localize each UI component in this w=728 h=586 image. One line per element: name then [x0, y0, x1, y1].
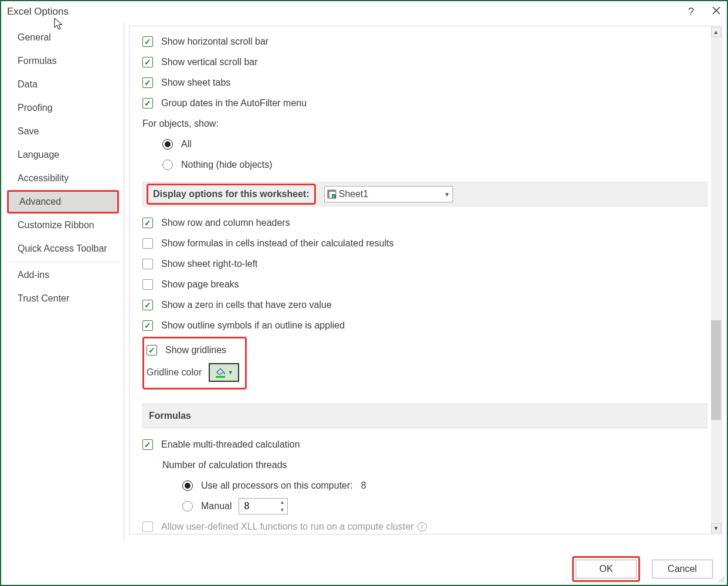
resize-grip-icon[interactable]: [717, 575, 726, 584]
chevron-down-icon: ▼: [228, 370, 233, 375]
dialog-footer: OK Cancel: [572, 553, 727, 585]
ok-button[interactable]: OK: [576, 560, 637, 578]
radio-all[interactable]: [162, 139, 173, 150]
chevron-down-icon: ▼: [444, 191, 450, 198]
worksheet-select[interactable]: X Sheet1 ▼: [324, 186, 453, 202]
spinner-up-icon[interactable]: ▲: [277, 499, 287, 506]
checkbox-xll: [142, 521, 153, 532]
label-manual[interactable]: Manual: [201, 501, 232, 512]
manual-threads-input[interactable]: [239, 499, 277, 514]
scroll-up-icon[interactable]: ▲: [711, 27, 721, 37]
label-vertical-scrollbar[interactable]: Show vertical scroll bar: [161, 57, 258, 67]
processor-count: 8: [361, 480, 366, 491]
sidebar-item-advanced[interactable]: Advanced: [7, 190, 119, 214]
section-formulas: Formulas: [142, 404, 707, 428]
checkbox-page-breaks[interactable]: [142, 279, 153, 290]
radio-nothing[interactable]: [162, 160, 173, 170]
sidebar-item-accessibility[interactable]: Accessibility: [7, 167, 119, 190]
checkbox-rtl[interactable]: [142, 259, 153, 269]
label-rtl[interactable]: Show sheet right-to-left: [161, 259, 258, 269]
label-gridlines[interactable]: Show gridlines: [165, 345, 226, 355]
scroll-thumb[interactable]: [711, 320, 721, 420]
dialog-title: Excel Options: [7, 6, 688, 18]
checkbox-group-dates[interactable]: [142, 98, 153, 109]
worksheet-name: Sheet1: [339, 189, 369, 199]
sidebar-item-general[interactable]: General: [7, 26, 119, 49]
label-outline[interactable]: Show outline symbols if an outline is ap…: [161, 320, 345, 331]
svg-text:X: X: [332, 195, 335, 198]
label-sheet-tabs[interactable]: Show sheet tabs: [161, 77, 230, 88]
info-icon[interactable]: i: [417, 522, 427, 531]
label-formulas-cells[interactable]: Show formulas in cells instead of their …: [161, 238, 394, 249]
sidebar-item-quick-access[interactable]: Quick Access Toolbar: [7, 237, 119, 260]
cancel-button[interactable]: Cancel: [652, 560, 713, 578]
label-zero[interactable]: Show a zero in cells that have zero valu…: [161, 300, 332, 310]
label-headers[interactable]: Show row and column headers: [161, 218, 290, 228]
sidebar-item-data[interactable]: Data: [7, 73, 119, 96]
content-panel: Show horizontal scroll bar Show vertical…: [129, 26, 722, 534]
section-formulas-title: Formulas: [149, 411, 191, 421]
worksheet-icon: X: [327, 189, 336, 199]
sidebar-item-proofing[interactable]: Proofing: [7, 96, 119, 120]
sidebar-item-formulas[interactable]: Formulas: [7, 49, 119, 73]
help-icon[interactable]: ?: [688, 6, 694, 18]
radio-manual[interactable]: [182, 501, 193, 512]
manual-threads-spinner[interactable]: ▲▼: [239, 498, 288, 514]
label-for-objects: For objects, show:: [142, 118, 219, 129]
checkbox-formulas-cells[interactable]: [142, 238, 153, 249]
checkbox-sheet-tabs[interactable]: [142, 77, 153, 88]
label-gridline-color: Gridline color: [147, 367, 202, 378]
label-radio-all[interactable]: All: [181, 139, 192, 150]
close-icon[interactable]: [712, 6, 721, 18]
label-radio-nothing[interactable]: Nothing (hide objects): [181, 160, 273, 170]
section-worksheet-display: Display options for this worksheet: X Sh…: [142, 182, 707, 206]
checkbox-gridlines[interactable]: [147, 345, 157, 355]
label-page-breaks[interactable]: Show page breaks: [161, 279, 239, 290]
sidebar-divider: [7, 262, 119, 262]
paint-bucket-icon: [215, 367, 226, 375]
label-use-all[interactable]: Use all processors on this computer:: [201, 480, 353, 491]
checkbox-headers[interactable]: [142, 218, 153, 228]
sidebar: General Formulas Data Proofing Save Lang…: [7, 22, 124, 541]
gridline-color-picker[interactable]: ▼: [209, 363, 239, 382]
titlebar: Excel Options ?: [1, 1, 727, 22]
label-group-dates[interactable]: Group dates in the AutoFilter menu: [161, 98, 307, 109]
svg-rect-2: [328, 190, 329, 198]
checkbox-multithread[interactable]: [142, 439, 153, 450]
sidebar-item-language[interactable]: Language: [7, 143, 119, 167]
label-xll: Allow user-defined XLL functions to run …: [161, 521, 414, 532]
checkbox-vertical-scrollbar[interactable]: [142, 57, 153, 67]
section-worksheet-title: Display options for this worksheet:: [147, 184, 316, 205]
sidebar-item-trust-center[interactable]: Trust Center: [7, 287, 119, 310]
sidebar-item-customize-ribbon[interactable]: Customize Ribbon: [7, 214, 119, 237]
checkbox-zero[interactable]: [142, 300, 153, 310]
label-num-threads: Number of calculation threads: [162, 460, 287, 470]
sidebar-item-save[interactable]: Save: [7, 120, 119, 143]
spinner-down-icon[interactable]: ▼: [277, 506, 287, 514]
label-multithread[interactable]: Enable multi-threaded calculation: [161, 439, 300, 450]
radio-use-all[interactable]: [182, 480, 193, 491]
label-horizontal-scrollbar[interactable]: Show horizontal scroll bar: [161, 36, 268, 47]
checkbox-outline[interactable]: [142, 320, 153, 331]
vertical-scrollbar[interactable]: ▲ ▼: [711, 27, 721, 533]
scroll-down-icon[interactable]: ▼: [711, 523, 721, 533]
checkbox-horizontal-scrollbar[interactable]: [142, 36, 153, 47]
sidebar-item-addins[interactable]: Add-ins: [7, 263, 119, 287]
